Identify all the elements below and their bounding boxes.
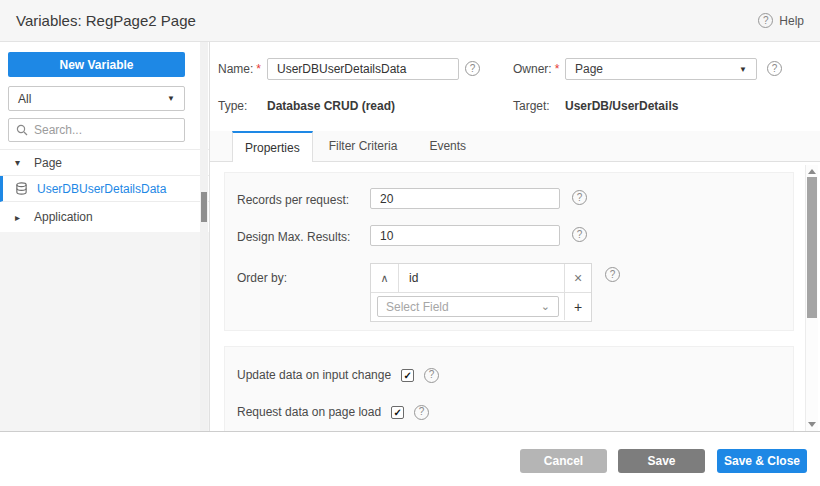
request-data-row: Request data on page load ✓ ? bbox=[237, 403, 429, 421]
sort-asc-icon: ∧ bbox=[380, 272, 388, 285]
tree-group-label: Application bbox=[34, 210, 93, 224]
scroll-up-icon[interactable] bbox=[808, 169, 816, 174]
variable-filter-value: All bbox=[18, 92, 31, 106]
tree-group-application[interactable]: ▸ Application bbox=[0, 202, 209, 233]
order-by-select-wrap: Select Field ⌄ bbox=[371, 293, 564, 320]
target-label: Target: bbox=[513, 98, 550, 114]
chevron-down-icon: ▼ bbox=[739, 65, 747, 74]
variables-sidebar: New Variable All ▼ ▾ Page bbox=[0, 42, 210, 431]
content-scrollbar[interactable] bbox=[805, 165, 818, 431]
scroll-down-icon[interactable] bbox=[808, 422, 816, 427]
variables-dialog: Variables: RegPage2 Page ? Help New Vari… bbox=[0, 0, 820, 486]
update-data-help-icon[interactable]: ? bbox=[424, 368, 439, 383]
add-order-field-button[interactable]: + bbox=[564, 293, 591, 320]
name-input[interactable] bbox=[267, 58, 459, 80]
order-by-field-select[interactable]: Select Field ⌄ bbox=[377, 296, 559, 317]
tree-group-label: Page bbox=[34, 156, 62, 170]
records-per-request-input[interactable] bbox=[370, 188, 560, 209]
owner-label: Owner:* bbox=[513, 58, 559, 80]
order-by-label: Order by: bbox=[237, 268, 287, 288]
tree-group-page[interactable]: ▾ Page bbox=[0, 150, 209, 176]
help-label: Help bbox=[779, 14, 804, 28]
tab-filter-criteria[interactable]: Filter Criteria bbox=[313, 131, 414, 161]
tree-collapsed-icon: ▸ bbox=[15, 212, 25, 223]
name-label: Name:* bbox=[218, 58, 261, 80]
update-data-label: Update data on input change bbox=[237, 368, 391, 382]
order-by-widget: ∧ id × Select Field ⌄ + bbox=[370, 263, 592, 322]
save-button[interactable]: Save bbox=[618, 449, 705, 473]
request-data-help-icon[interactable]: ? bbox=[414, 405, 429, 420]
owner-select[interactable]: Page ▼ bbox=[565, 58, 757, 80]
type-label: Type: bbox=[218, 98, 247, 114]
owner-value: Page bbox=[575, 62, 603, 76]
page-title: Variables: RegPage2 Page bbox=[16, 0, 196, 41]
required-asterisk: * bbox=[256, 62, 261, 76]
variable-search[interactable] bbox=[8, 118, 185, 142]
chevron-down-icon: ⌄ bbox=[541, 300, 550, 313]
variable-filter-select[interactable]: All ▼ bbox=[8, 86, 185, 111]
update-data-checkbox[interactable]: ✓ bbox=[401, 369, 414, 382]
tree-item-userdbuserdetailsdata[interactable]: UserDBUserDetailsData bbox=[0, 176, 209, 202]
dialog-header: Variables: RegPage2 Page ? Help bbox=[0, 0, 820, 42]
save-and-close-button[interactable]: Save & Close bbox=[717, 449, 807, 473]
records-per-request-help-icon[interactable]: ? bbox=[572, 190, 587, 205]
new-variable-button[interactable]: New Variable bbox=[8, 52, 185, 77]
properties-section: Records per request: ? Design Max. Resul… bbox=[224, 172, 794, 331]
request-data-label: Request data on page load bbox=[237, 405, 381, 419]
tab-properties[interactable]: Properties bbox=[232, 131, 313, 162]
close-icon: × bbox=[574, 270, 582, 286]
cancel-button[interactable]: Cancel bbox=[520, 449, 607, 473]
dialog-footer: Cancel Save Save & Close bbox=[0, 431, 820, 486]
tree-item-label: UserDBUserDetailsData bbox=[37, 182, 166, 196]
database-variable-icon bbox=[15, 182, 28, 195]
help-icon: ? bbox=[758, 13, 773, 28]
content-scrollbar-thumb[interactable] bbox=[807, 177, 817, 318]
sidebar-scrollbar[interactable] bbox=[200, 42, 208, 431]
tree-expanded-icon: ▾ bbox=[15, 157, 25, 168]
order-by-help-icon[interactable]: ? bbox=[605, 267, 620, 282]
owner-help-icon[interactable]: ? bbox=[767, 61, 782, 76]
order-by-field-value: id bbox=[399, 264, 564, 293]
variable-detail-panel: Name:* ? Owner:* Page ▼ ? Type: Database… bbox=[210, 42, 820, 431]
name-help-icon[interactable]: ? bbox=[465, 61, 480, 76]
request-data-checkbox[interactable]: ✓ bbox=[391, 406, 404, 419]
design-max-results-help-icon[interactable]: ? bbox=[572, 227, 587, 242]
behavior-section: Update data on input change ✓ ? Request … bbox=[224, 346, 794, 431]
records-per-request-label: Records per request: bbox=[237, 190, 349, 210]
design-max-results-input[interactable] bbox=[370, 225, 560, 246]
search-icon bbox=[16, 124, 28, 136]
sidebar-empty-area bbox=[0, 232, 209, 431]
target-value: UserDB/UserDetails bbox=[565, 98, 678, 114]
sidebar-scrollbar-thumb[interactable] bbox=[201, 192, 207, 222]
remove-order-field-button[interactable]: × bbox=[564, 264, 591, 293]
required-asterisk: * bbox=[555, 62, 560, 76]
update-data-row: Update data on input change ✓ ? bbox=[237, 366, 439, 384]
plus-icon: + bbox=[574, 299, 582, 315]
tab-bar: Properties Filter Criteria Events bbox=[210, 131, 820, 162]
select-field-placeholder: Select Field bbox=[386, 300, 449, 314]
search-input[interactable] bbox=[34, 123, 164, 137]
design-max-results-label: Design Max. Results: bbox=[237, 227, 350, 247]
chevron-down-icon: ▼ bbox=[167, 94, 175, 103]
sort-direction-toggle[interactable]: ∧ bbox=[371, 264, 399, 293]
variable-tree: ▾ Page UserDBUserDetailsData ▸ Applicati… bbox=[0, 149, 209, 233]
type-value: Database CRUD (read) bbox=[267, 98, 395, 114]
tab-events[interactable]: Events bbox=[413, 131, 482, 161]
help-link[interactable]: ? Help bbox=[758, 0, 804, 41]
